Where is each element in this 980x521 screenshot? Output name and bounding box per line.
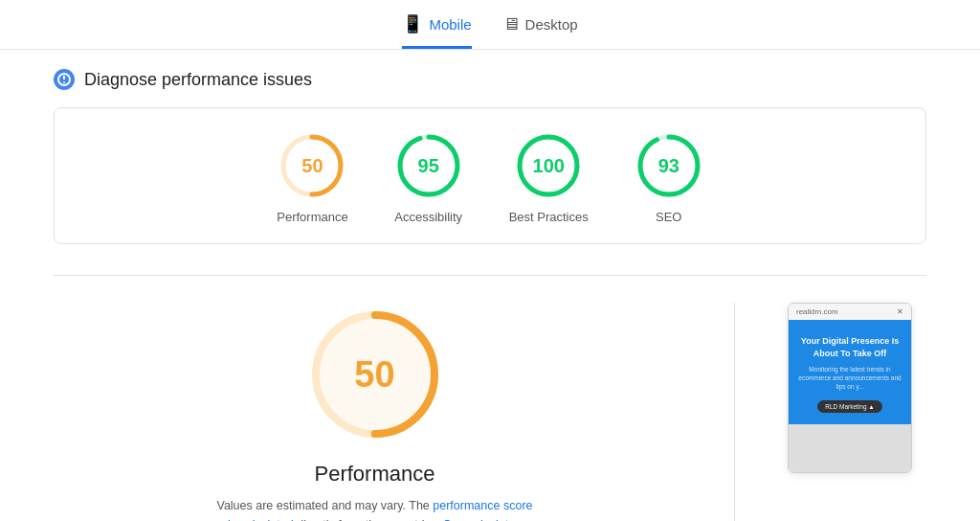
score-ring-performance: 50	[278, 131, 346, 200]
left-panel: 50 Performance Values are estimated and …	[54, 303, 735, 521]
score-label-accessibility: Accessibility	[394, 210, 462, 224]
score-number-best-practices: 100	[533, 155, 565, 177]
section-title: Diagnose performance issues	[84, 70, 312, 90]
phone-screen-title: Your Digital Presence Is About To Take O…	[796, 335, 903, 359]
score-item-performance: 50 Performance	[277, 131, 347, 224]
performance-title: Performance	[315, 462, 435, 487]
score-ring-accessibility: 95	[394, 131, 463, 200]
tab-bar: 📱 Mobile 🖥 Desktop	[0, 0, 980, 50]
phone-bar: realldm.com ✕	[789, 304, 911, 320]
big-ring-number: 50	[354, 354, 394, 396]
score-row: 50 Performance 95 Accessibility	[55, 131, 925, 224]
right-panel: realldm.com ✕ Your Digital Presence Is A…	[735, 303, 926, 521]
score-item-best-practices: 100 Best Practices	[509, 131, 589, 224]
score-label-performance: Performance	[277, 210, 347, 224]
score-label-best-practices: Best Practices	[509, 210, 589, 224]
section-header-icon	[54, 69, 75, 90]
phone-cta-button[interactable]: RLD Marketing ▲	[817, 400, 882, 413]
score-item-accessibility: 95 Accessibility	[394, 131, 463, 224]
score-number-seo: 93	[658, 155, 679, 177]
score-item-seo: 93 SEO	[635, 131, 703, 224]
tab-mobile-label: Mobile	[429, 16, 471, 33]
divider	[54, 275, 926, 276]
phone-close-icon: ✕	[897, 307, 903, 316]
performance-description: Values are estimated and may vary. The p…	[212, 496, 538, 521]
mobile-icon: 📱	[402, 13, 423, 34]
big-ring-performance: 50	[303, 303, 447, 446]
phone-url: realldm.com	[796, 307, 838, 316]
main-content: Diagnose performance issues 50 Performan…	[31, 50, 949, 521]
phone-screen-subtitle: Monitoring the latest trends in ecommerc…	[796, 365, 903, 391]
score-number-performance: 50	[301, 155, 323, 177]
phone-screen: Your Digital Presence Is About To Take O…	[789, 320, 911, 424]
tab-mobile[interactable]: 📱 Mobile	[402, 13, 471, 49]
score-ring-seo: 93	[635, 131, 703, 200]
phone-bottom-image	[789, 424, 911, 472]
score-ring-best-practices: 100	[514, 131, 583, 200]
section-header: Diagnose performance issues	[54, 69, 926, 90]
tab-desktop-label: Desktop	[525, 16, 578, 33]
bottom-section: 50 Performance Values are estimated and …	[54, 303, 926, 521]
score-card: 50 Performance 95 Accessibility	[54, 107, 926, 244]
svg-point-2	[63, 81, 65, 83]
score-number-accessibility: 95	[418, 155, 439, 177]
desc-text-1: Values are estimated and may vary. The	[216, 499, 429, 512]
score-label-seo: SEO	[656, 210, 681, 224]
desktop-icon: 🖥	[502, 14, 520, 34]
phone-mockup: realldm.com ✕ Your Digital Presence Is A…	[788, 303, 912, 473]
tab-desktop[interactable]: 🖥 Desktop	[502, 14, 578, 49]
